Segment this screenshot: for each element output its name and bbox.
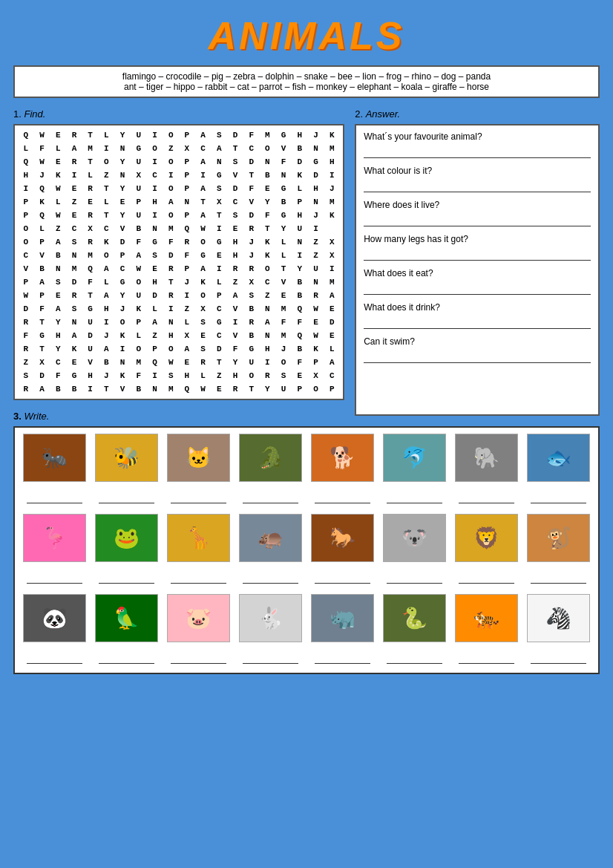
animal-name-line-dolphin[interactable] [387,495,442,503]
answer-line-5[interactable] [364,283,591,295]
animal-blank-giraffe[interactable] [165,571,232,584]
animal-name-line-hippo[interactable] [243,575,298,584]
animal-name-line-rhino[interactable] [315,655,370,664]
ws-cell: F [292,356,308,369]
ws-cell: B [243,329,260,342]
ws-cell: M [82,142,99,155]
write-box: 🐜🐝🐱🐊🐕🐬🐘🐟 🦩🐸🦒🦛🐎🐨🦁🐒 🐼🦜🐷🐇🦏🐍🐅🦓 [13,426,600,674]
animal-blank-monkey[interactable] [525,571,592,584]
animal-blank-lion[interactable] [453,571,520,584]
ws-cell: U [275,382,292,396]
animal-blank-tiger[interactable] [453,651,520,664]
animal-blank-parrot[interactable] [93,651,160,664]
animal-blank-dog[interactable] [309,491,376,503]
ws-cell: G [275,182,292,195]
animal-blank-frog[interactable] [93,571,160,584]
ws-cell: N [114,142,131,155]
animal-blank-horse[interactable] [309,571,376,584]
animal-blank-elephant[interactable] [453,491,520,503]
animal-name-line-bee[interactable] [99,495,154,503]
ws-cell: Z [99,169,115,182]
animal-blank-crocodile[interactable] [237,491,304,503]
answer-line-2[interactable] [364,180,591,192]
animal-blank-rhino[interactable] [309,651,376,664]
animal-blank-koala[interactable] [381,571,448,584]
animal-pic-monkey: 🐒 [527,514,590,562]
ws-cell: D [227,182,243,195]
animal-name-line-koala[interactable] [387,575,442,584]
animal-blank-rabbit[interactable] [237,651,304,664]
ws-cell: S [50,275,66,289]
animal-pic-flamingo: 🦩 [23,514,86,562]
animal-blank-snake[interactable] [381,651,448,664]
answer-line-6[interactable] [364,317,591,329]
answer-line-1[interactable] [364,146,591,158]
animal-name-line-cat[interactable] [171,495,226,503]
ws-cell: I [211,222,227,235]
ws-cell: B [66,382,82,396]
animal-item-monkey: 🐒 [525,514,592,562]
ws-cell: U [131,128,147,142]
animal-name-line-fish[interactable] [531,495,586,503]
ws-cell: G [147,235,163,249]
ws-cell: M [260,128,276,142]
animal-blank-ant[interactable] [21,491,88,503]
animal-name-line-pig[interactable] [171,655,226,664]
ws-cell: D [243,209,260,222]
ws-cell: R [66,289,82,302]
ws-cell: C [211,329,227,342]
ws-cell: O [308,382,324,396]
animal-name-line-crocodile[interactable] [243,495,298,503]
animal-blank-flamingo[interactable] [21,571,88,584]
animal-item-cat: 🐱 [165,434,232,482]
animal-name-line-frog[interactable] [99,575,154,584]
animal-name-line-zebra[interactable] [531,655,586,664]
ws-cell: N [260,155,276,169]
animal-name-line-snake[interactable] [387,655,442,664]
answer-question-3: Where does it live? [364,200,591,212]
ws-cell: B [275,195,292,209]
animal-name-line-flamingo[interactable] [27,575,82,584]
ws-cell: W [308,302,324,316]
ws-cell: Y [227,356,243,369]
ws-cell: G [211,235,227,249]
animal-name-line-rabbit[interactable] [243,655,298,664]
animal-blank-cat[interactable] [165,491,232,503]
animal-name-line-giraffe[interactable] [171,575,226,584]
animal-blank-pig[interactable] [165,651,232,664]
animal-name-line-monkey[interactable] [531,575,586,584]
animal-name-line-panda[interactable] [27,655,82,664]
animal-blank-bee[interactable] [93,491,160,503]
answer-line-7[interactable] [364,351,591,363]
animal-blank-fish[interactable] [525,491,592,503]
animal-blank-panda[interactable] [21,651,88,664]
animal-name-line-ant[interactable] [27,495,82,503]
ws-cell: P [324,382,340,396]
animal-blank-dolphin[interactable] [381,491,448,503]
ws-cell: T [260,222,276,235]
ws-cell: B [243,302,260,316]
word-list-box: flamingo – crocodile – pig – zebra – dol… [13,65,600,98]
animal-name-line-parrot[interactable] [99,655,154,664]
ws-cell: S [147,249,163,262]
animal-name-line-horse[interactable] [315,575,370,584]
ws-cell: L [99,195,115,209]
ws-cell: O [163,342,179,356]
animal-name-line-dog[interactable] [315,495,370,503]
animal-name-line-elephant[interactable] [459,495,514,503]
ws-cell: I [324,262,340,275]
animal-blank-hippo[interactable] [237,571,304,584]
ws-cell: R [66,155,82,169]
animal-name-line-tiger[interactable] [459,655,514,664]
answer-line-3[interactable] [364,215,591,226]
animal-blank-zebra[interactable] [525,651,592,664]
animal-name-line-lion[interactable] [459,575,514,584]
ws-cell: K [324,209,340,222]
ws-cell: P [179,169,195,182]
ws-cell: G [275,209,292,222]
main-sections: 1. Find. QWERTLYUIOPASDFMGHJKLFLAMINGOZX… [13,108,600,400]
answer-line-4[interactable] [364,249,591,261]
wordsearch-table: QWERTLYUIOPASDFMGHJKLFLAMINGOZXCATCOVBNM… [18,128,340,396]
ws-cell: Z [227,275,243,289]
ws-cell: Z [179,302,195,316]
